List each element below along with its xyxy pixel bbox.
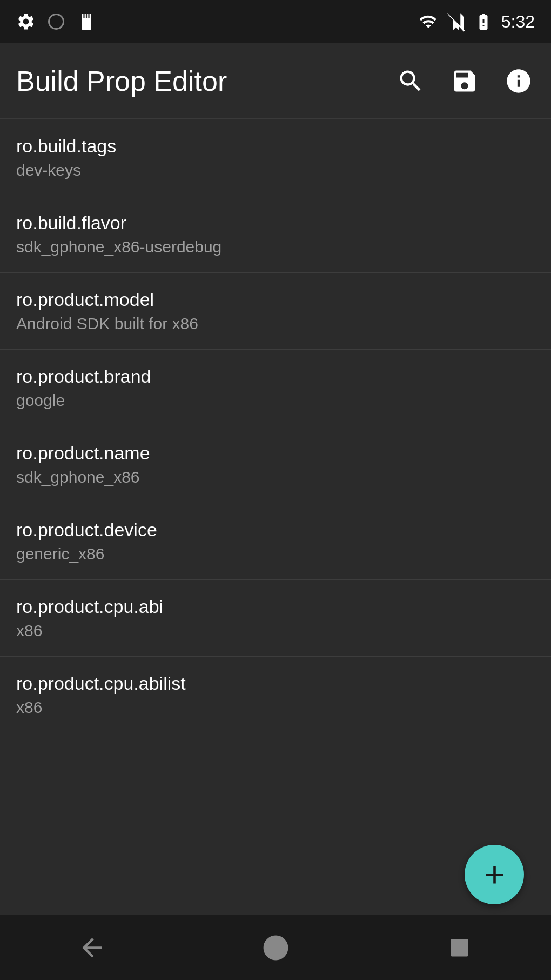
prop-value: dev-keys <box>16 161 535 179</box>
prop-value: x86 <box>16 622 535 640</box>
prop-value: sdk_gphone_x86-userdebug <box>16 238 535 256</box>
prop-list: ro.build.tags dev-keys ro.build.flavor s… <box>0 119 551 916</box>
prop-key: ro.build.flavor <box>16 212 535 234</box>
status-bar-right-icons: 5:32 <box>419 12 535 32</box>
list-item[interactable]: ro.build.tags dev-keys <box>0 119 551 196</box>
list-item[interactable]: ro.product.model Android SDK built for x… <box>0 273 551 349</box>
prop-key: ro.product.model <box>16 289 535 310</box>
nav-bar <box>0 915 551 980</box>
list-item[interactable]: ro.product.device generic_x86 <box>0 503 551 579</box>
svg-point-5 <box>264 936 286 958</box>
prop-value: x86 <box>16 698 535 717</box>
prop-key: ro.product.cpu.abilist <box>16 673 535 694</box>
recents-button[interactable] <box>440 929 478 966</box>
status-bar-left-icons <box>16 12 96 31</box>
search-button[interactable] <box>394 65 427 97</box>
prop-key: ro.product.device <box>16 519 535 541</box>
prop-value: sdk_gphone_x86 <box>16 468 535 486</box>
list-item[interactable]: ro.product.brand google <box>0 350 551 426</box>
app-bar: Build Prop Editor <box>0 43 551 119</box>
list-item[interactable]: ro.product.cpu.abilist x86 <box>0 657 551 717</box>
status-bar: 5:32 <box>0 0 551 43</box>
signal-icon <box>446 12 466 31</box>
info-button[interactable] <box>502 65 535 97</box>
status-time: 5:32 <box>501 12 535 32</box>
home-button[interactable] <box>257 929 294 966</box>
svg-rect-6 <box>451 939 468 956</box>
prop-value: Android SDK built for x86 <box>16 315 535 333</box>
prop-key: ro.product.brand <box>16 366 535 387</box>
gear-icon <box>16 12 36 31</box>
prop-value: generic_x86 <box>16 545 535 563</box>
wifi-icon <box>419 12 438 31</box>
prop-key: ro.product.name <box>16 443 535 464</box>
prop-key: ro.build.tags <box>16 136 535 157</box>
list-item[interactable]: ro.product.name sdk_gphone_x86 <box>0 426 551 503</box>
list-item[interactable]: ro.build.flavor sdk_gphone_x86-userdebug <box>0 196 551 272</box>
svg-point-0 <box>49 15 64 29</box>
prop-key: ro.product.cpu.abi <box>16 596 535 617</box>
sim-icon <box>46 12 66 31</box>
save-button[interactable] <box>448 65 481 97</box>
back-button[interactable] <box>73 929 111 966</box>
sd-card-icon <box>77 12 96 31</box>
prop-value: google <box>16 391 535 410</box>
app-title: Build Prop Editor <box>16 65 227 97</box>
add-button[interactable] <box>465 845 524 904</box>
app-bar-actions <box>394 65 535 97</box>
list-item[interactable]: ro.product.cpu.abi x86 <box>0 580 551 656</box>
battery-icon <box>474 12 493 31</box>
